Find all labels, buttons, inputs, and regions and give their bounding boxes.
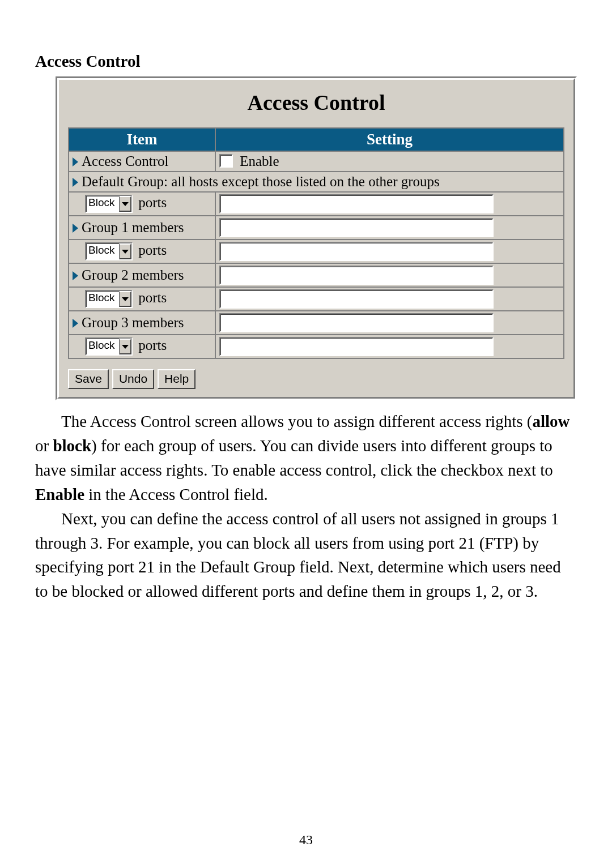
ports-label: ports [135,290,167,305]
row-group2-ports: Block ports [69,287,564,311]
chevron-down-icon[interactable] [119,243,131,259]
group1-ports-input[interactable] [219,242,494,261]
group3-ports-input[interactable] [219,337,494,356]
text-span: ) for each group of users. You can divid… [35,437,553,479]
row-default-ports: Block ports [69,192,564,216]
group2-label: Group 2 members [82,267,184,283]
bold-block: block [53,437,91,455]
access-control-label-cell: Access Control [69,151,215,172]
group1-ports-setting-cell [215,240,564,263]
table-header-row: Item Setting [69,128,564,151]
default-ports-setting-cell [215,192,564,216]
access-control-setting-cell: Enable [215,151,564,172]
arrow-icon [73,224,78,233]
bold-allow: allow [532,412,570,430]
row-group1-ports: Block ports [69,240,564,263]
group3-label: Group 3 members [82,315,184,330]
section-heading: Access Control [35,52,577,71]
default-ports-label-cell: Block ports [69,192,215,216]
text-span: or [35,437,53,455]
row-default-group: Default Group: all hosts except those li… [69,172,564,192]
group1-members-input[interactable] [219,218,494,237]
ports-label: ports [135,242,167,258]
row-group1-members: Group 1 members [69,216,564,240]
arrow-icon [73,157,78,166]
access-control-panel: Access Control Item Setting Access Contr… [56,76,577,400]
enable-checkbox[interactable] [219,154,233,168]
group3-members-input[interactable] [219,313,494,332]
default-group-text: Default Group: all hosts except those li… [82,174,440,189]
group3-ports-action-select[interactable]: Block [85,337,133,356]
row-group3-ports: Block ports [69,335,564,358]
arrow-icon [73,178,78,187]
panel-inner: Access Control Item Setting Access Contr… [57,78,575,399]
group2-label-cell: Group 2 members [69,263,215,287]
paragraph-1: The Access Control screen allows you to … [35,409,577,507]
header-item: Item [69,128,215,151]
group3-ports-label-cell: Block ports [69,335,215,358]
paragraph-2: Next, you can define the access control … [35,507,577,604]
group1-ports-action-select[interactable]: Block [85,242,133,260]
arrow-icon [73,271,78,280]
group2-ports-input[interactable] [219,289,494,309]
arrow-icon [73,319,78,328]
default-ports-action-select[interactable]: Block [85,195,133,213]
help-button[interactable]: Help [158,369,196,389]
group2-ports-setting-cell [215,287,564,311]
ports-label: ports [135,195,167,210]
group1-label-cell: Group 1 members [69,216,215,240]
row-group2-members: Group 2 members [69,263,564,287]
row-access-control: Access Control Enable [69,151,564,172]
default-ports-input[interactable] [219,194,494,213]
chevron-down-icon[interactable] [119,339,131,354]
settings-table: Item Setting Access Control Enable Defau… [68,127,564,359]
page-number: 43 [0,832,612,848]
text-span: The Access Control screen allows you to … [61,412,532,430]
chevron-down-icon[interactable] [119,291,131,307]
chevron-down-icon[interactable] [119,196,131,212]
header-setting: Setting [215,128,564,151]
group1-label: Group 1 members [82,220,184,235]
save-button[interactable]: Save [68,369,109,389]
bold-enable: Enable [35,485,84,503]
text-span: in the Access Control field. [84,485,268,503]
group3-setting-cell [215,311,564,335]
group2-setting-cell [215,263,564,287]
row-group3-members: Group 3 members [69,311,564,335]
group1-setting-cell [215,216,564,240]
document-page: Access Control Access Control Item Setti… [0,0,612,868]
undo-button[interactable]: Undo [112,369,154,389]
panel-title: Access Control [68,90,564,115]
select-value: Block [86,339,119,354]
body-text: The Access Control screen allows you to … [35,409,577,604]
group2-members-input[interactable] [219,266,494,285]
group2-ports-action-select[interactable]: Block [85,290,133,308]
default-group-cell: Default Group: all hosts except those li… [69,172,564,192]
button-row: Save Undo Help [68,369,564,389]
group3-label-cell: Group 3 members [69,311,215,335]
enable-label: Enable [236,153,279,169]
ports-label: ports [135,337,167,353]
group3-ports-setting-cell [215,335,564,358]
group2-ports-label-cell: Block ports [69,287,215,311]
group1-ports-label-cell: Block ports [69,240,215,263]
access-control-label: Access Control [82,153,168,169]
select-value: Block [86,243,119,259]
select-value: Block [86,291,119,307]
select-value: Block [86,196,119,212]
